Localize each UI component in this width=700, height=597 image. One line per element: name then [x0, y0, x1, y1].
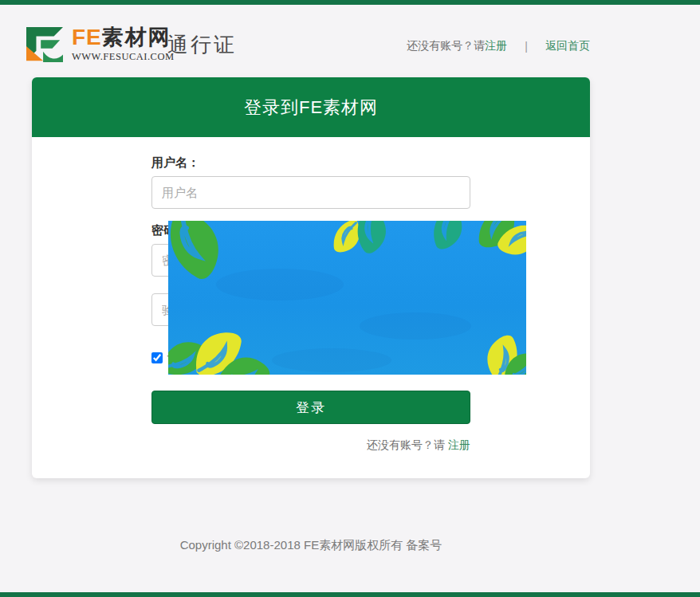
signup-prompt-text: 还没有账号？请 [407, 39, 485, 53]
signup-link[interactable]: 注册 [485, 39, 507, 53]
copyright-text: Copyright ©2018-2018 FE素材网版权所有 备案号 [0, 538, 622, 553]
username-input[interactable] [151, 176, 470, 209]
cloud-blob [272, 348, 391, 372]
header: FE 素材网 WWW.FESUCAI.COM 通行证 还没有账号？请 注册 | … [0, 5, 700, 75]
login-banner-title: 登录到FE素材网 [244, 96, 378, 120]
username-label: 用户名： [151, 155, 470, 170]
header-divider: | [525, 40, 528, 53]
bottom-accent-bar [0, 592, 700, 597]
remember-checkbox[interactable] [151, 352, 163, 363]
header-links: 还没有账号？请 注册 | 返回首页 [407, 39, 590, 53]
blue-leaves-overlay-image [168, 221, 526, 375]
login-button[interactable]: 登录 [151, 391, 470, 424]
brand-domain-text: WWW.FESUCAI.COM [72, 51, 175, 63]
passport-title: 通行证 [167, 31, 237, 59]
brand-fe-text: FE [72, 26, 102, 49]
login-banner: 登录到FE素材网 [32, 77, 590, 137]
signup-link-bottom[interactable]: 注册 [448, 438, 470, 451]
signup-row: 还没有账号？请 注册 [151, 438, 470, 453]
home-link[interactable]: 返回首页 [545, 39, 590, 53]
site-logo[interactable]: FE 素材网 WWW.FESUCAI.COM [24, 26, 175, 63]
cloud-blob [216, 269, 344, 300]
logo-icon [24, 26, 65, 63]
cloud-blob [360, 312, 471, 340]
leaf-icon [421, 221, 474, 254]
login-page: FE 素材网 WWW.FESUCAI.COM 通行证 还没有账号？请 注册 | … [0, 0, 700, 597]
signup-prompt-bottom-text: 还没有账号？请 [367, 438, 448, 451]
brand-name-text: 素材网 [102, 27, 171, 49]
